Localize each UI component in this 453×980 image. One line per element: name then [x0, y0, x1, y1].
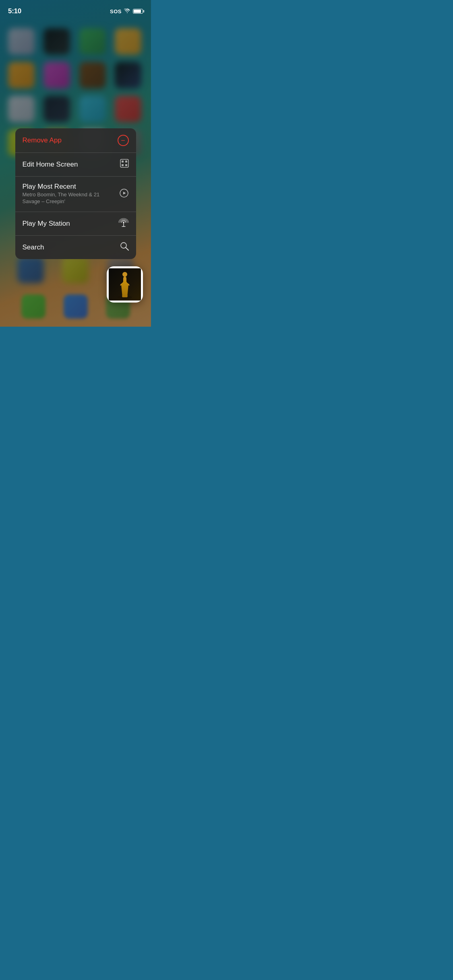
play-my-station-item[interactable]: Play My Station: [15, 212, 136, 235]
status-right-icons: SOS: [110, 8, 143, 14]
play-most-recent-label: Play Most Recent: [23, 183, 115, 191]
search-icon: [120, 242, 129, 253]
svg-point-13: [118, 296, 132, 299]
svg-rect-0: [120, 159, 128, 167]
battery-icon: [133, 9, 143, 14]
svg-point-14: [122, 272, 127, 277]
context-menu: Remove App − Edit Home Screen Play Most …: [15, 128, 136, 259]
remove-app-item[interactable]: Remove App −: [15, 128, 136, 152]
remove-app-icon: −: [118, 135, 129, 146]
remove-app-label: Remove App: [23, 136, 114, 144]
wifi-icon: [124, 8, 130, 14]
play-recent-text-group: Play Most Recent Metro Boomin, The Weekn…: [23, 183, 115, 205]
radio-broadcast-icon: [118, 218, 129, 229]
edit-home-text-group: Edit Home Screen: [23, 161, 116, 169]
svg-line-10: [126, 247, 128, 250]
play-station-text-group: Play My Station: [23, 220, 114, 228]
status-bar: 5:10 SOS: [0, 0, 151, 18]
phone-grid-icon: [120, 159, 129, 170]
svg-rect-2: [125, 161, 127, 163]
play-circle-icon: [119, 188, 129, 200]
app-icon-preview: [107, 266, 143, 303]
svg-rect-1: [122, 161, 124, 163]
sos-indicator: SOS: [110, 8, 122, 14]
svg-rect-3: [122, 164, 124, 166]
search-text-group: Search: [23, 243, 116, 251]
search-item[interactable]: Search: [15, 235, 136, 259]
svg-rect-4: [125, 164, 127, 166]
remove-app-text-group: Remove App: [23, 136, 114, 144]
app-artwork: [109, 268, 141, 301]
play-most-recent-item[interactable]: Play Most Recent Metro Boomin, The Weekn…: [15, 176, 136, 212]
status-time: 5:10: [8, 7, 21, 15]
play-my-station-label: Play My Station: [23, 220, 114, 228]
edit-home-screen-item[interactable]: Edit Home Screen: [15, 152, 136, 176]
app-icon-inner: [109, 268, 141, 301]
edit-home-label: Edit Home Screen: [23, 161, 116, 169]
play-most-recent-subtitle: Metro Boomin, The Weeknd & 21 Savage – C…: [23, 191, 115, 205]
search-label: Search: [23, 243, 116, 251]
